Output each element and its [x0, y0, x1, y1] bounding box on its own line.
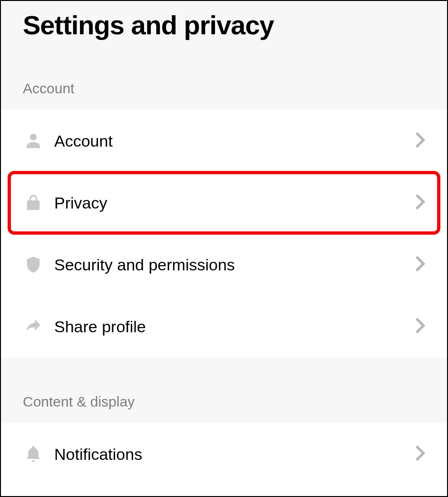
lock-icon: [23, 192, 44, 213]
section-divider: [1, 358, 447, 370]
svg-point-0: [30, 134, 37, 140]
chevron-right-icon: [415, 317, 425, 337]
section-header-account: Account: [1, 57, 447, 110]
row-label: Notifications: [54, 445, 415, 464]
page-title: Settings and privacy: [1, 1, 447, 57]
list-content-display: Notifications: [1, 423, 447, 485]
row-security-permissions[interactable]: Security and permissions: [1, 234, 447, 296]
shield-icon: [23, 254, 44, 275]
chevron-right-icon: [415, 131, 425, 151]
row-label: Account: [54, 132, 415, 150]
row-notifications[interactable]: Notifications: [1, 423, 447, 485]
row-label: Security and permissions: [54, 256, 415, 274]
row-account[interactable]: Account: [1, 110, 447, 172]
chevron-right-icon: [415, 255, 425, 275]
list-account: Account Privacy Security and permissions…: [1, 110, 447, 358]
bell-icon: [23, 444, 44, 465]
row-share-profile[interactable]: Share profile: [1, 296, 447, 358]
section-header-content-display: Content & display: [1, 370, 447, 423]
chevron-right-icon: [415, 444, 425, 464]
person-icon: [23, 130, 44, 151]
row-privacy[interactable]: Privacy: [1, 172, 447, 234]
row-label: Share profile: [54, 318, 415, 336]
row-label: Privacy: [54, 194, 415, 212]
share-icon: [23, 316, 44, 337]
chevron-right-icon: [415, 193, 425, 213]
